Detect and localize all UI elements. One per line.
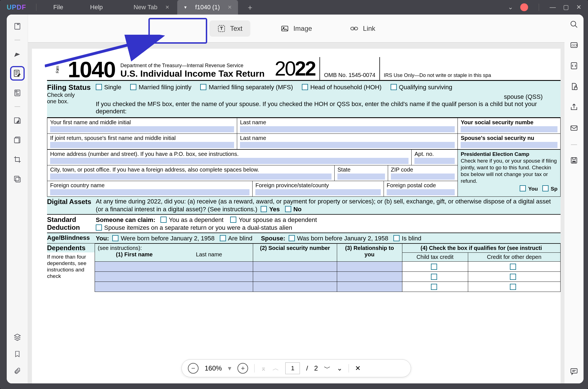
new-tab-button[interactable]: ＋ [244, 3, 256, 12]
checkbox-pec-spouse[interactable] [542, 185, 549, 191]
save-icon[interactable] [570, 156, 578, 166]
checkbox-mfj[interactable] [130, 84, 136, 90]
edit-tool-icon[interactable] [11, 67, 24, 79]
text-icon [217, 24, 226, 33]
dep-row-2-name[interactable] [95, 272, 253, 282]
zoom-out-button[interactable]: − [188, 363, 199, 374]
checkbox-spouse-itemize[interactable] [96, 224, 102, 231]
ssn-field[interactable] [461, 126, 557, 132]
checkbox-dep3-ctc[interactable] [431, 284, 437, 290]
foreign-country-field[interactable] [50, 189, 249, 195]
zip-field[interactable] [391, 174, 455, 180]
checkbox-mfs[interactable] [200, 84, 206, 90]
spouse-ssn-field[interactable] [461, 142, 557, 148]
comments-panel-icon[interactable] [570, 367, 578, 377]
checkbox-you-blind[interactable] [220, 235, 226, 241]
svg-rect-3 [16, 91, 17, 92]
svg-rect-20 [571, 126, 577, 130]
spouse-last-field[interactable] [240, 142, 455, 148]
checkbox-sp-blind[interactable] [393, 235, 400, 241]
ocr-icon[interactable]: OCR [570, 41, 578, 50]
last-page-button[interactable]: ⌄ [337, 364, 342, 372]
checkbox-dep1-ctc[interactable] [431, 264, 437, 270]
dep-row-2-ssn[interactable] [253, 272, 337, 282]
image-tool-button[interactable]: Image [273, 20, 320, 37]
dep-row-3-ssn[interactable] [253, 282, 337, 292]
first-name-field[interactable] [50, 126, 234, 132]
city-field[interactable] [50, 174, 332, 180]
zoom-in-button[interactable]: + [237, 363, 248, 374]
first-page-button[interactable]: ⌅ [261, 364, 266, 372]
last-name-field[interactable] [240, 126, 455, 132]
chevron-down-icon[interactable]: ⌄ [508, 4, 513, 11]
organize-tool-icon[interactable] [11, 114, 24, 126]
window-close[interactable]: ✕ [576, 4, 581, 11]
annotation-arrow [45, 35, 168, 68]
foreign-province-field[interactable] [255, 189, 381, 195]
dep-row-1-rel[interactable] [337, 262, 402, 272]
digital-assets-heading: Digital Assets [47, 198, 91, 205]
irs-use-only: IRS Use Only—Do not write or staple in t… [380, 72, 491, 80]
pdf-page[interactable]: Form1040 Department of the Treasury—Inte… [32, 49, 561, 383]
dependents-heading: Dependents [47, 244, 85, 252]
comment-tool-icon[interactable] [11, 48, 24, 60]
form-title: U.S. Individual Income Tax Return [120, 69, 265, 79]
checkbox-dep2-odc[interactable] [510, 274, 516, 280]
checkbox-pec-you[interactable] [520, 185, 526, 191]
bookmark-icon[interactable] [14, 350, 21, 359]
tab-new[interactable]: New Tab ✕ [127, 0, 176, 15]
pages-tool-icon[interactable] [11, 134, 24, 146]
share-icon[interactable] [570, 103, 578, 113]
account-avatar[interactable] [520, 3, 528, 11]
page-input[interactable] [285, 362, 300, 374]
attachment-icon[interactable] [14, 367, 21, 376]
checkbox-sp-born[interactable] [289, 235, 295, 241]
foreign-postal-field[interactable] [387, 189, 455, 195]
text-tool-button[interactable]: Text [209, 20, 250, 37]
checkbox-dep1-odc[interactable] [510, 264, 516, 270]
svg-text:OCR: OCR [572, 44, 578, 47]
dep-row-1-name[interactable] [95, 262, 253, 272]
email-icon[interactable] [570, 124, 578, 133]
window-minimize[interactable]: — [550, 4, 556, 11]
checkbox-you-born[interactable] [112, 235, 118, 241]
next-page-button[interactable]: ﹀ [324, 364, 331, 373]
convert-icon[interactable] [570, 62, 578, 71]
close-icon[interactable]: ✕ [165, 4, 169, 10]
layers-icon[interactable] [13, 333, 21, 342]
dep-row-1-ssn[interactable] [253, 262, 337, 272]
apt-field[interactable] [414, 158, 455, 164]
checkbox-digital-yes[interactable] [261, 206, 267, 212]
redact-tool-icon[interactable] [11, 173, 24, 185]
state-field[interactable] [337, 174, 385, 180]
zoom-dropdown-icon[interactable]: ▾ [228, 364, 231, 372]
checkbox-hoh[interactable] [302, 84, 308, 90]
checkbox-single[interactable] [96, 84, 102, 90]
checkbox-dep2-ctc[interactable] [431, 274, 437, 280]
close-bar-button[interactable]: ✕ [355, 364, 361, 372]
dep-row-3-name[interactable] [95, 282, 253, 292]
tab-dropdown-icon[interactable]: ▼ [183, 5, 187, 10]
menu-help[interactable]: Help [77, 4, 116, 11]
dep-row-2-rel[interactable] [337, 272, 402, 282]
prev-page-button[interactable]: ︿ [272, 364, 279, 373]
tab-document[interactable]: ▼ f1040 (1) ✕ [177, 0, 238, 15]
checkbox-spouse-dep[interactable] [230, 217, 236, 223]
checkbox-digital-no[interactable] [285, 206, 291, 212]
checkbox-you-dep[interactable] [160, 217, 167, 223]
address-field[interactable] [50, 158, 409, 164]
close-icon[interactable]: ✕ [228, 4, 232, 10]
zoom-level[interactable]: 160% [205, 364, 222, 372]
crop-tool-icon[interactable] [11, 153, 24, 166]
link-tool-button[interactable]: Link [342, 20, 383, 37]
checkbox-dep3-odc[interactable] [510, 284, 516, 290]
checkbox-qss[interactable] [391, 84, 397, 90]
spouse-first-field[interactable] [50, 142, 234, 148]
search-icon[interactable] [570, 20, 578, 30]
dep-row-3-rel[interactable] [337, 282, 402, 292]
reader-tool-icon[interactable] [11, 20, 24, 32]
form-tool-icon[interactable] [11, 87, 24, 99]
window-maximize[interactable]: ▢ [563, 4, 569, 11]
menu-file[interactable]: File [40, 4, 76, 11]
protect-icon[interactable] [570, 82, 578, 92]
